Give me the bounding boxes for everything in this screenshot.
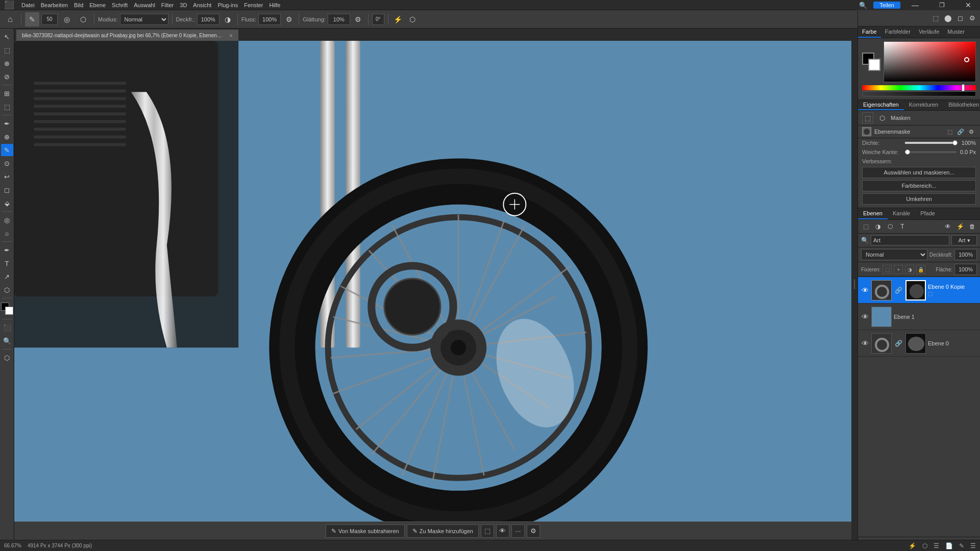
lock-pos-btn[interactable]: + <box>894 265 903 274</box>
flow-input[interactable]: 100% <box>258 14 281 25</box>
resize-handle[interactable] <box>851 29 857 540</box>
layer-item-1[interactable]: 👁 Ebene 1 <box>858 304 980 330</box>
layer-visibility-2[interactable]: 👁 <box>861 339 869 347</box>
status-icon-2[interactable]: ⬡ <box>922 542 927 549</box>
menu-auswahl[interactable]: Auswahl <box>131 2 158 8</box>
extras-tool[interactable]: ⬡ <box>1 352 13 364</box>
layer-opacity-input[interactable] <box>954 249 977 260</box>
clone-tool[interactable]: ⊙ <box>1 157 13 169</box>
panel-icon-2[interactable]: ⬤ <box>942 13 953 24</box>
menu-fenster[interactable]: Fenster <box>241 2 266 8</box>
crop-tool[interactable]: ⊞ <box>1 87 13 99</box>
airbrush-icon[interactable]: ⚙ <box>283 13 295 26</box>
panel-icon-1[interactable]: ⬚ <box>930 13 941 24</box>
settings-button[interactable]: ⚙ <box>527 524 540 538</box>
move-tool[interactable]: ↖ <box>1 31 13 43</box>
opacity-icon[interactable]: ◑ <box>222 13 234 26</box>
fill-tool[interactable]: ⬙ <box>1 197 13 209</box>
layer-visibility-1[interactable]: 👁 <box>861 313 869 321</box>
path-select-tool[interactable]: ↗ <box>1 270 13 283</box>
brush-tool-left[interactable]: ✎ <box>1 144 13 156</box>
type-tool[interactable]: T <box>1 257 13 269</box>
zoom-tool[interactable]: 🔍 <box>1 335 13 347</box>
status-icon-3[interactable]: ☰ <box>934 542 939 549</box>
layers-tab-pfade[interactable]: Pfade <box>915 208 940 219</box>
subtract-from-mask-button[interactable]: ✎ Von Maske subtrahieren <box>326 524 405 538</box>
layers-tab-kanaele[interactable]: Kanäle <box>888 208 915 219</box>
blur-tool[interactable]: ◎ <box>1 214 13 226</box>
eyedropper-tool[interactable]: ✒ <box>1 117 13 130</box>
dodge-tool[interactable]: ☼ <box>1 227 13 239</box>
mask-gear-icon[interactable]: ⚙ <box>967 127 976 136</box>
menu-plugins[interactable]: Plug-ins <box>214 2 241 8</box>
hue-slider[interactable] <box>862 85 976 90</box>
color-tab-verlaeufe[interactable]: Verläufe <box>915 27 943 38</box>
mask-from-selection-button[interactable]: ⬚ <box>481 524 494 538</box>
layers-tab-ebenen[interactable]: Ebenen <box>858 208 888 219</box>
fg-bg-colors[interactable] <box>1 303 13 315</box>
mask-link-icon[interactable]: 🔗 <box>956 127 965 136</box>
mask-options-icon[interactable]: ⬚ <box>945 127 954 136</box>
status-icon-4[interactable]: 📄 <box>945 542 953 549</box>
eraser-tool[interactable]: ◻ <box>1 184 13 196</box>
layer-chain-icon-2[interactable]: 🔗 <box>894 340 903 347</box>
layers-search-input[interactable] <box>871 235 949 245</box>
dichte-slider[interactable] <box>905 142 957 144</box>
minimize-button[interactable]: — <box>903 0 927 10</box>
quick-select-tool[interactable]: ⊘ <box>1 70 13 83</box>
eigen-tab-bibliotheken[interactable]: Bibliotheken <box>943 100 980 110</box>
heal-tool[interactable]: ⊕ <box>1 131 13 143</box>
menu-filter[interactable]: Filter <box>158 2 177 8</box>
eigen-tab-korrekturen[interactable]: Korrekturen <box>904 100 943 110</box>
brush-size-input[interactable]: 50 <box>41 14 58 25</box>
toggle-visibility-button[interactable]: 👁 <box>496 524 509 538</box>
panel-icon-4[interactable]: ⚙ <box>967 13 978 24</box>
lock-pixel-btn[interactable]: ⬚ <box>883 265 892 274</box>
layer-filter-button[interactable]: Art ▾ <box>951 235 977 245</box>
layer-blend-mode[interactable]: Normal Multiplizieren <box>861 249 927 260</box>
color-tab-farbfelder[interactable]: Farbfelder <box>881 27 915 38</box>
maximize-button[interactable]: ❐ <box>930 0 953 10</box>
alpha-slider[interactable] <box>862 91 976 96</box>
farbbereich-button[interactable]: Farbbereich... <box>862 180 976 191</box>
umkehren-button[interactable]: Umkehren <box>862 193 976 205</box>
layer-chain-icon-0[interactable]: 🔗 <box>894 287 903 294</box>
status-icon-1[interactable]: ⚡ <box>909 542 916 549</box>
layers-group-icon[interactable]: ⬡ <box>885 221 896 232</box>
tab-close[interactable]: × <box>229 32 233 39</box>
canvas-tab[interactable]: bike-3073082-nattapol-deejitwasin auf Pi… <box>16 30 238 41</box>
opacity-input[interactable]: 100% <box>197 14 219 25</box>
menu-ansicht[interactable]: Ansicht <box>190 2 214 8</box>
menu-schrift[interactable]: Schrift <box>109 2 131 8</box>
home-tool[interactable]: ⌂ <box>3 12 17 27</box>
status-icon-6[interactable]: ☰ <box>970 542 976 549</box>
fill-input-layers[interactable] <box>954 264 977 275</box>
layers-text-icon[interactable]: T <box>897 221 908 232</box>
mask-icon-pixel[interactable]: ⬚ <box>862 112 873 123</box>
color-swatch-container[interactable] <box>862 53 880 71</box>
lasso-tool[interactable]: ⊗ <box>1 57 13 69</box>
layers-delete-icon[interactable]: 🗑 <box>967 221 978 232</box>
weiche-kante-slider[interactable] <box>905 151 957 153</box>
frame-tool[interactable]: ⬚ <box>1 101 13 113</box>
menu-3d[interactable]: 3D <box>177 2 190 8</box>
status-icon-5[interactable]: ✎ <box>959 542 964 549</box>
share-button[interactable]: Teilen <box>873 2 900 9</box>
layer-visibility-0[interactable]: 👁 <box>861 286 869 294</box>
pen-tool[interactable]: ✒ <box>1 244 13 256</box>
panel-icon-3[interactable]: ◻ <box>954 13 966 24</box>
layers-new-icon[interactable]: ⬚ <box>860 221 871 232</box>
menu-bearbeiten[interactable]: Bearbeiten <box>38 2 71 8</box>
quick-mask-tool[interactable]: ⬛ <box>1 321 13 334</box>
mask-icon-vector[interactable]: ⬡ <box>876 112 888 123</box>
menu-hilfe[interactable]: Hilfe <box>266 2 283 8</box>
color-picker[interactable] <box>884 41 976 82</box>
selection-tool[interactable]: ⬚ <box>1 44 13 56</box>
symmetry-icon[interactable]: ⚡ <box>392 13 404 26</box>
blend-mode-select[interactable]: Normal Multiplizieren Aufhellen <box>120 14 168 25</box>
smoothing-input[interactable]: 10% <box>328 14 350 25</box>
angle-input[interactable]: 0° <box>372 14 384 25</box>
layers-visibility-icon[interactable]: 👁 <box>942 221 953 232</box>
brush-preset-icon[interactable]: ◎ <box>60 12 74 27</box>
shape-tool[interactable]: ⬡ <box>1 284 13 296</box>
